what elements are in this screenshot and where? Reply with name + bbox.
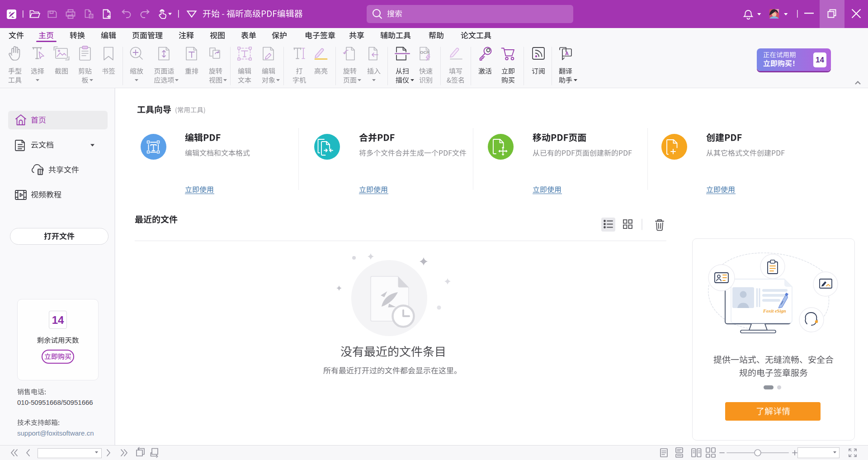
svg-text:A: A: [565, 51, 569, 56]
svg-text:OCR: OCR: [420, 50, 429, 55]
svg-text:Foxit eSign: Foxit eSign: [763, 308, 786, 313]
